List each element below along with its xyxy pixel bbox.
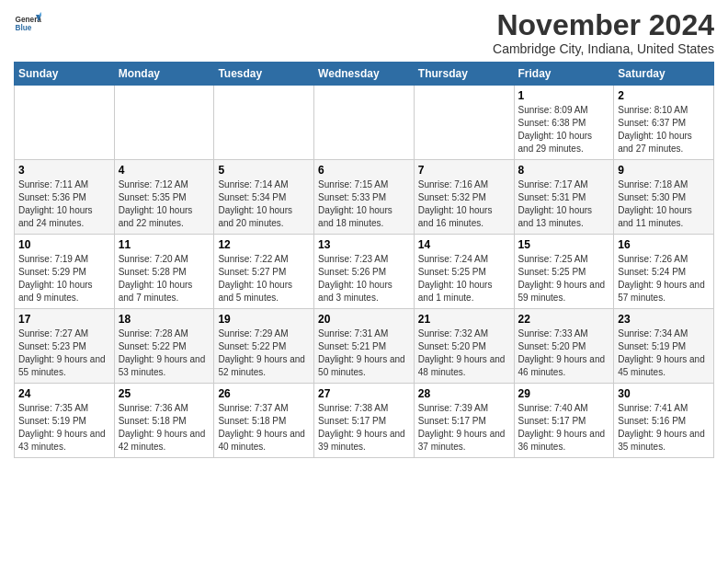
header-day-tuesday: Tuesday <box>214 63 314 86</box>
day-info: Sunrise: 7:26 AM Sunset: 5:24 PM Dayligh… <box>618 253 710 304</box>
svg-text:Blue: Blue <box>16 24 32 32</box>
day-info: Sunrise: 8:10 AM Sunset: 6:37 PM Dayligh… <box>618 104 710 155</box>
header-day-wednesday: Wednesday <box>314 63 415 86</box>
calendar-cell: 14Sunrise: 7:24 AM Sunset: 5:25 PM Dayli… <box>414 235 514 309</box>
header-day-monday: Monday <box>114 63 214 86</box>
day-number: 23 <box>618 313 710 326</box>
header-day-friday: Friday <box>514 63 614 86</box>
day-number: 22 <box>518 313 610 326</box>
day-info: Sunrise: 7:14 AM Sunset: 5:34 PM Dayligh… <box>218 178 310 230</box>
day-info: Sunrise: 7:22 AM Sunset: 5:27 PM Dayligh… <box>218 253 310 304</box>
day-info: Sunrise: 7:18 AM Sunset: 5:30 PM Dayligh… <box>618 178 710 230</box>
day-number: 2 <box>618 89 710 102</box>
day-number: 5 <box>218 164 310 177</box>
day-number: 1 <box>518 89 610 102</box>
calendar-cell: 15Sunrise: 7:25 AM Sunset: 5:25 PM Dayli… <box>514 235 614 309</box>
day-info: Sunrise: 7:19 AM Sunset: 5:29 PM Dayligh… <box>18 253 110 304</box>
day-number: 24 <box>18 387 110 400</box>
calendar-cell <box>114 86 214 160</box>
day-info: Sunrise: 7:39 AM Sunset: 5:17 PM Dayligh… <box>418 402 510 454</box>
calendar-cell: 18Sunrise: 7:28 AM Sunset: 5:22 PM Dayli… <box>114 309 214 384</box>
day-number: 21 <box>418 313 510 326</box>
calendar-cell <box>15 86 115 160</box>
day-info: Sunrise: 7:16 AM Sunset: 5:32 PM Dayligh… <box>418 178 510 230</box>
day-info: Sunrise: 7:35 AM Sunset: 5:19 PM Dayligh… <box>18 402 110 454</box>
calendar-cell: 28Sunrise: 7:39 AM Sunset: 5:17 PM Dayli… <box>414 384 514 458</box>
page-title: November 2024 <box>493 9 714 41</box>
calendar-cell: 26Sunrise: 7:37 AM Sunset: 5:18 PM Dayli… <box>214 384 314 458</box>
day-info: Sunrise: 7:34 AM Sunset: 5:19 PM Dayligh… <box>618 327 710 379</box>
day-info: Sunrise: 7:40 AM Sunset: 5:17 PM Dayligh… <box>518 402 610 454</box>
day-number: 6 <box>318 164 410 177</box>
calendar-cell: 12Sunrise: 7:22 AM Sunset: 5:27 PM Dayli… <box>214 235 314 309</box>
logo: General Blue <box>14 9 41 37</box>
calendar-cell: 7Sunrise: 7:16 AM Sunset: 5:32 PM Daylig… <box>414 160 514 235</box>
day-info: Sunrise: 7:41 AM Sunset: 5:16 PM Dayligh… <box>618 402 710 454</box>
day-number: 14 <box>418 238 510 251</box>
day-info: Sunrise: 7:38 AM Sunset: 5:17 PM Dayligh… <box>318 402 410 454</box>
calendar-body: 1Sunrise: 8:09 AM Sunset: 6:38 PM Daylig… <box>15 86 714 458</box>
day-info: Sunrise: 7:25 AM Sunset: 5:25 PM Dayligh… <box>518 253 610 304</box>
day-number: 18 <box>119 313 210 326</box>
day-number: 15 <box>518 238 610 251</box>
day-info: Sunrise: 8:09 AM Sunset: 6:38 PM Dayligh… <box>518 104 610 155</box>
day-number: 10 <box>18 238 110 251</box>
day-number: 26 <box>218 387 310 400</box>
day-info: Sunrise: 7:12 AM Sunset: 5:35 PM Dayligh… <box>119 178 210 230</box>
page-subtitle: Cambridge City, Indiana, United States <box>493 41 714 56</box>
day-number: 3 <box>18 164 110 177</box>
calendar-cell: 21Sunrise: 7:32 AM Sunset: 5:20 PM Dayli… <box>414 309 514 384</box>
day-number: 29 <box>518 387 610 400</box>
day-number: 19 <box>218 313 310 326</box>
week-row-5: 24Sunrise: 7:35 AM Sunset: 5:19 PM Dayli… <box>15 384 714 458</box>
day-info: Sunrise: 7:23 AM Sunset: 5:26 PM Dayligh… <box>318 253 410 304</box>
calendar-cell: 25Sunrise: 7:36 AM Sunset: 5:18 PM Dayli… <box>114 384 214 458</box>
calendar-cell: 27Sunrise: 7:38 AM Sunset: 5:17 PM Dayli… <box>314 384 415 458</box>
calendar-cell: 10Sunrise: 7:19 AM Sunset: 5:29 PM Dayli… <box>15 235 115 309</box>
calendar-cell: 17Sunrise: 7:27 AM Sunset: 5:23 PM Dayli… <box>15 309 115 384</box>
calendar-cell: 29Sunrise: 7:40 AM Sunset: 5:17 PM Dayli… <box>514 384 614 458</box>
day-info: Sunrise: 7:32 AM Sunset: 5:20 PM Dayligh… <box>418 327 510 379</box>
logo-icon: General Blue <box>14 9 41 37</box>
day-info: Sunrise: 7:15 AM Sunset: 5:33 PM Dayligh… <box>318 178 410 230</box>
day-number: 20 <box>318 313 410 326</box>
calendar-cell: 22Sunrise: 7:33 AM Sunset: 5:20 PM Dayli… <box>514 309 614 384</box>
calendar-cell <box>214 86 314 160</box>
calendar-cell: 13Sunrise: 7:23 AM Sunset: 5:26 PM Dayli… <box>314 235 415 309</box>
calendar-cell: 20Sunrise: 7:31 AM Sunset: 5:21 PM Dayli… <box>314 309 415 384</box>
calendar-cell: 30Sunrise: 7:41 AM Sunset: 5:16 PM Dayli… <box>614 384 714 458</box>
calendar-cell: 1Sunrise: 8:09 AM Sunset: 6:38 PM Daylig… <box>514 86 614 160</box>
calendar-cell <box>414 86 514 160</box>
day-number: 30 <box>618 387 710 400</box>
header-day-sunday: Sunday <box>15 63 115 86</box>
calendar-cell: 8Sunrise: 7:17 AM Sunset: 5:31 PM Daylig… <box>514 160 614 235</box>
day-info: Sunrise: 7:28 AM Sunset: 5:22 PM Dayligh… <box>119 327 210 379</box>
header: General Blue November 2024 Cambridge Cit… <box>14 9 714 56</box>
title-area: November 2024 Cambridge City, Indiana, U… <box>493 9 714 56</box>
week-row-2: 3Sunrise: 7:11 AM Sunset: 5:36 PM Daylig… <box>15 160 714 235</box>
day-info: Sunrise: 7:17 AM Sunset: 5:31 PM Dayligh… <box>518 178 610 230</box>
day-info: Sunrise: 7:29 AM Sunset: 5:22 PM Dayligh… <box>218 327 310 379</box>
day-number: 28 <box>418 387 510 400</box>
calendar-cell: 2Sunrise: 8:10 AM Sunset: 6:37 PM Daylig… <box>614 86 714 160</box>
day-info: Sunrise: 7:36 AM Sunset: 5:18 PM Dayligh… <box>119 402 210 454</box>
calendar-cell: 3Sunrise: 7:11 AM Sunset: 5:36 PM Daylig… <box>15 160 115 235</box>
day-info: Sunrise: 7:33 AM Sunset: 5:20 PM Dayligh… <box>518 327 610 379</box>
day-number: 17 <box>18 313 110 326</box>
day-info: Sunrise: 7:27 AM Sunset: 5:23 PM Dayligh… <box>18 327 110 379</box>
header-row: SundayMondayTuesdayWednesdayThursdayFrid… <box>15 63 714 86</box>
day-info: Sunrise: 7:11 AM Sunset: 5:36 PM Dayligh… <box>18 178 110 230</box>
header-day-thursday: Thursday <box>414 63 514 86</box>
day-number: 11 <box>119 238 210 251</box>
day-info: Sunrise: 7:31 AM Sunset: 5:21 PM Dayligh… <box>318 327 410 379</box>
calendar-cell: 23Sunrise: 7:34 AM Sunset: 5:19 PM Dayli… <box>614 309 714 384</box>
day-number: 4 <box>119 164 210 177</box>
week-row-3: 10Sunrise: 7:19 AM Sunset: 5:29 PM Dayli… <box>15 235 714 309</box>
week-row-1: 1Sunrise: 8:09 AM Sunset: 6:38 PM Daylig… <box>15 86 714 160</box>
calendar-cell: 19Sunrise: 7:29 AM Sunset: 5:22 PM Dayli… <box>214 309 314 384</box>
calendar-header: SundayMondayTuesdayWednesdayThursdayFrid… <box>15 63 714 86</box>
header-day-saturday: Saturday <box>614 63 714 86</box>
calendar-cell: 6Sunrise: 7:15 AM Sunset: 5:33 PM Daylig… <box>314 160 415 235</box>
day-number: 9 <box>618 164 710 177</box>
day-number: 12 <box>218 238 310 251</box>
